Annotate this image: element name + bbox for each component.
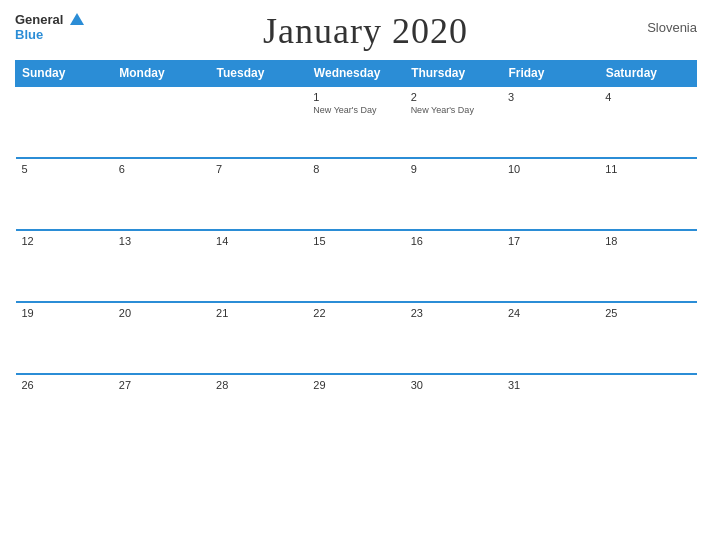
day-number: 20 — [119, 307, 204, 319]
calendar-cell: 26 — [16, 374, 113, 446]
calendar-cell: 12 — [16, 230, 113, 302]
day-number: 28 — [216, 379, 301, 391]
calendar-cell: 1New Year's Day — [307, 86, 404, 158]
calendar-cell: 27 — [113, 374, 210, 446]
day-number: 17 — [508, 235, 593, 247]
day-number: 31 — [508, 379, 593, 391]
calendar-cell: 29 — [307, 374, 404, 446]
day-number: 26 — [22, 379, 107, 391]
day-number: 21 — [216, 307, 301, 319]
day-number: 5 — [22, 163, 107, 175]
day-number: 27 — [119, 379, 204, 391]
logo-triangle-icon — [70, 13, 84, 25]
holiday-name: New Year's Day — [313, 105, 398, 117]
day-number: 30 — [411, 379, 496, 391]
calendar-cell: 11 — [599, 158, 696, 230]
calendar-cell: 7 — [210, 158, 307, 230]
calendar-cell: 21 — [210, 302, 307, 374]
logo: General Blue — [15, 10, 84, 41]
logo-general-line: General — [15, 10, 84, 28]
day-number: 15 — [313, 235, 398, 247]
calendar-cell: 13 — [113, 230, 210, 302]
day-number: 4 — [605, 91, 690, 103]
day-number: 1 — [313, 91, 398, 103]
day-number: 16 — [411, 235, 496, 247]
calendar-cell: 28 — [210, 374, 307, 446]
day-number: 10 — [508, 163, 593, 175]
day-number: 2 — [411, 91, 496, 103]
day-number: 8 — [313, 163, 398, 175]
day-number: 3 — [508, 91, 593, 103]
day-number: 7 — [216, 163, 301, 175]
weekday-header-row: SundayMondayTuesdayWednesdayThursdayFrid… — [16, 61, 697, 87]
calendar-cell: 4 — [599, 86, 696, 158]
calendar-cell: 14 — [210, 230, 307, 302]
weekday-header-sunday: Sunday — [16, 61, 113, 87]
day-number: 23 — [411, 307, 496, 319]
day-number: 13 — [119, 235, 204, 247]
calendar-cell: 9 — [405, 158, 502, 230]
logo-general-text: General — [15, 12, 63, 27]
calendar-cell: 5 — [16, 158, 113, 230]
day-number: 22 — [313, 307, 398, 319]
calendar-grid: SundayMondayTuesdayWednesdayThursdayFrid… — [15, 60, 697, 446]
week-row-3: 12131415161718 — [16, 230, 697, 302]
day-number: 29 — [313, 379, 398, 391]
day-number: 6 — [119, 163, 204, 175]
day-number: 19 — [22, 307, 107, 319]
calendar-cell: 31 — [502, 374, 599, 446]
day-number: 25 — [605, 307, 690, 319]
calendar-cell: 18 — [599, 230, 696, 302]
calendar-cell: 30 — [405, 374, 502, 446]
calendar-cell: 24 — [502, 302, 599, 374]
calendar-cell: 20 — [113, 302, 210, 374]
calendar-cell: 17 — [502, 230, 599, 302]
weekday-header-friday: Friday — [502, 61, 599, 87]
country-label: Slovenia — [647, 10, 697, 35]
weekday-header-saturday: Saturday — [599, 61, 696, 87]
calendar-header: General Blue January 2020 Slovenia — [15, 10, 697, 52]
week-row-2: 567891011 — [16, 158, 697, 230]
calendar-container: General Blue January 2020 Slovenia Sunda… — [0, 0, 712, 550]
calendar-cell: 3 — [502, 86, 599, 158]
day-number: 11 — [605, 163, 690, 175]
day-number: 24 — [508, 307, 593, 319]
calendar-cell: 25 — [599, 302, 696, 374]
calendar-cell: 19 — [16, 302, 113, 374]
calendar-cell: 2New Year's Day — [405, 86, 502, 158]
calendar-cell — [16, 86, 113, 158]
day-number: 14 — [216, 235, 301, 247]
calendar-cell: 10 — [502, 158, 599, 230]
weekday-header-thursday: Thursday — [405, 61, 502, 87]
calendar-cell: 22 — [307, 302, 404, 374]
calendar-cell — [210, 86, 307, 158]
calendar-cell: 6 — [113, 158, 210, 230]
day-number: 12 — [22, 235, 107, 247]
weekday-header-wednesday: Wednesday — [307, 61, 404, 87]
weekday-header-tuesday: Tuesday — [210, 61, 307, 87]
logo-blue-text: Blue — [15, 28, 43, 41]
week-row-5: 262728293031 — [16, 374, 697, 446]
holiday-name: New Year's Day — [411, 105, 496, 117]
day-number: 9 — [411, 163, 496, 175]
calendar-cell: 15 — [307, 230, 404, 302]
week-row-1: 1New Year's Day2New Year's Day34 — [16, 86, 697, 158]
month-title: January 2020 — [84, 10, 647, 52]
day-number: 18 — [605, 235, 690, 247]
calendar-cell — [599, 374, 696, 446]
calendar-cell: 23 — [405, 302, 502, 374]
calendar-cell: 16 — [405, 230, 502, 302]
weekday-header-monday: Monday — [113, 61, 210, 87]
week-row-4: 19202122232425 — [16, 302, 697, 374]
calendar-title-center: January 2020 — [84, 10, 647, 52]
calendar-cell — [113, 86, 210, 158]
calendar-cell: 8 — [307, 158, 404, 230]
